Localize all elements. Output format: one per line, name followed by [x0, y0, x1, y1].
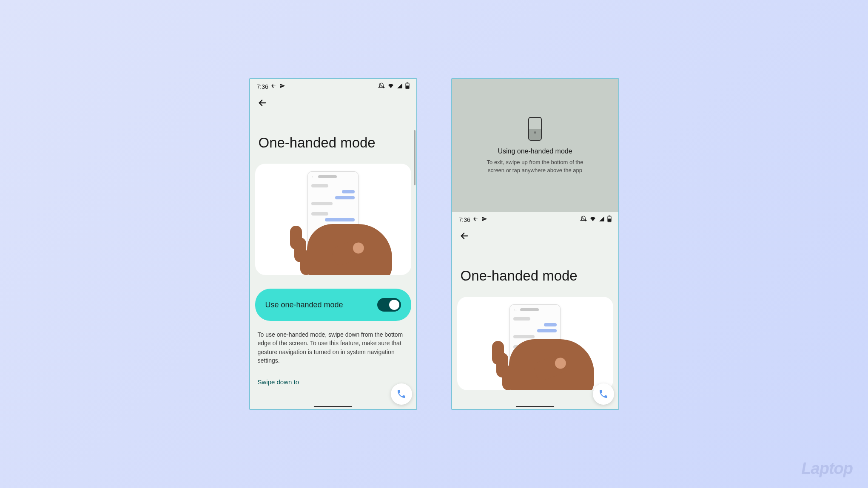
- dnd-icon: [378, 82, 385, 91]
- status-time: 7:36: [459, 216, 470, 223]
- status-icon-send: [473, 216, 479, 223]
- illustration-card: ←: [457, 297, 613, 390]
- nav-handle[interactable]: [516, 406, 554, 407]
- overlay-title: Using one-handed mode: [498, 148, 572, 155]
- status-bar: 7:36: [250, 79, 416, 94]
- help-text: To use one-handed mode, swipe down from …: [250, 321, 416, 365]
- svg-rect-1: [407, 82, 408, 83]
- status-icon-location: [481, 216, 487, 223]
- signal-icon: [599, 216, 605, 223]
- signal-icon: [397, 83, 403, 90]
- toggle-switch[interactable]: [377, 298, 401, 312]
- illustration-hand: [286, 216, 396, 275]
- nav-handle[interactable]: [314, 406, 352, 407]
- phone-fab[interactable]: [391, 383, 412, 405]
- wifi-icon: [387, 82, 394, 91]
- toggle-card[interactable]: Use one-handed mode: [255, 289, 411, 321]
- status-icon-location: [279, 83, 285, 90]
- battery-icon: [607, 216, 612, 224]
- illustration-hand: [488, 331, 598, 390]
- svg-rect-2: [406, 86, 409, 88]
- screenshot-left: 7:36 One-handed mode: [249, 78, 417, 410]
- status-bar-shifted: 7:36: [452, 212, 618, 227]
- battery-icon: [405, 82, 410, 91]
- overlay-subtitle: To exit, swipe up from the bottom of the…: [480, 159, 590, 174]
- svg-rect-6: [608, 219, 611, 221]
- svg-rect-5: [609, 216, 610, 216]
- watermark: Laptop: [801, 460, 853, 478]
- shifted-app-content: 7:36 One-handed mode ←: [452, 212, 618, 409]
- overlay-phone-icon: [528, 117, 542, 141]
- phone-fab[interactable]: [593, 383, 614, 405]
- toggle-label: Use one-handed mode: [265, 301, 343, 309]
- dnd-icon: [580, 216, 587, 224]
- swipe-down-option[interactable]: Swipe down to: [250, 365, 416, 386]
- back-button[interactable]: [250, 94, 416, 113]
- page-title: One-handed mode: [250, 113, 416, 164]
- page-title: One-handed mode: [452, 247, 618, 297]
- status-time: 7:36: [257, 83, 268, 90]
- back-button[interactable]: [452, 227, 618, 247]
- screenshot-right: Using one-handed mode To exit, swipe up …: [451, 78, 619, 410]
- wifi-icon: [589, 216, 596, 224]
- illustration-card: ←: [255, 164, 411, 275]
- one-handed-overlay[interactable]: Using one-handed mode To exit, swipe up …: [452, 79, 618, 212]
- scrollbar[interactable]: [414, 130, 416, 185]
- status-icon-send: [271, 83, 277, 90]
